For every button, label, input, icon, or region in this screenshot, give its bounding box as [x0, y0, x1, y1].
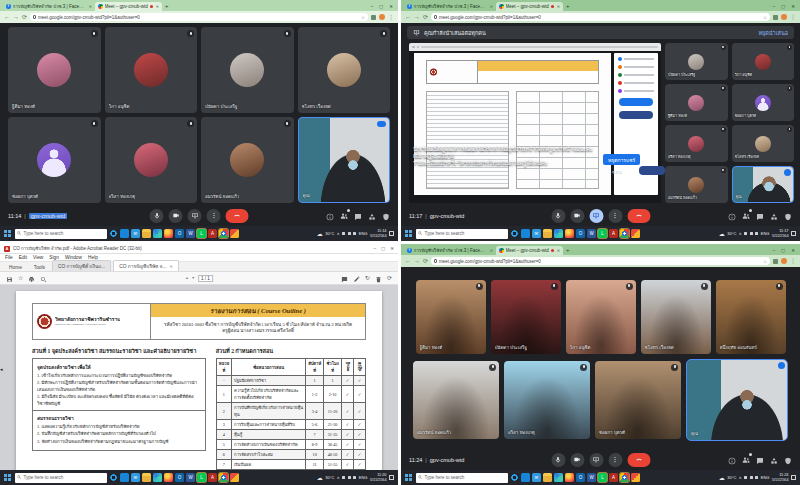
language-indicator[interactable]: ENG — [359, 231, 368, 236]
tile-options-icon[interactable] — [784, 169, 791, 176]
action-center-icon[interactable] — [791, 231, 796, 236]
taskbar-app-icon[interactable] — [142, 473, 151, 482]
maximize-button[interactable]: ▢ — [781, 248, 785, 253]
present-button-active[interactable] — [589, 209, 603, 223]
tray-chevron-icon[interactable]: ∧ — [337, 231, 340, 236]
browser-menu-icon[interactable]: ⋮ — [790, 14, 796, 20]
browser-tab-meet[interactable]: Meet – gpv-cmub-wtd ✕ — [496, 2, 563, 11]
maximize-button[interactable]: ▢ — [381, 246, 385, 251]
tray-icon[interactable] — [342, 476, 345, 479]
new-tab-button[interactable]: + — [162, 2, 171, 11]
mic-button[interactable] — [551, 209, 565, 223]
rotate-icon[interactable]: ↻ — [365, 275, 370, 281]
people-icon[interactable] — [742, 456, 750, 464]
close-tab-icon[interactable]: ✕ — [490, 248, 493, 253]
chat-icon[interactable] — [756, 207, 764, 225]
participant-video-tile[interactable]: วิภา อนุชิต — [566, 280, 636, 354]
activities-icon[interactable] — [770, 451, 778, 469]
more-options-button[interactable] — [207, 209, 221, 223]
start-button[interactable] — [405, 230, 412, 237]
page-indicator[interactable]: 1 / 1 — [198, 275, 213, 282]
profile-avatar[interactable] — [781, 14, 787, 20]
mic-button[interactable] — [551, 453, 565, 467]
taskbar-app-icon[interactable] — [565, 473, 574, 482]
camera-button[interactable] — [570, 453, 584, 467]
taskbar-app-icon[interactable]: L — [197, 229, 206, 238]
taskbar-app-icon[interactable]: A — [208, 229, 217, 238]
taskbar-app-icon[interactable] — [521, 229, 530, 238]
forward-button[interactable]: → — [414, 258, 420, 264]
participant-tile[interactable]: วิภา อนุชิต — [732, 43, 795, 80]
participant-video-tile[interactable]: อริสา ทองเกตุ — [504, 361, 590, 439]
present-button[interactable] — [188, 209, 202, 223]
refresh-icon[interactable]: ⟳ — [387, 275, 392, 281]
tray-icon[interactable] — [755, 476, 758, 479]
taskbar-app-icon[interactable] — [565, 229, 574, 238]
close-tab-icon[interactable]: ✕ — [557, 248, 560, 253]
self-view-tile[interactable]: คุณ — [686, 359, 788, 441]
browser-menu-icon[interactable]: ⋮ — [790, 258, 796, 264]
taskbar-app-icon[interactable] — [554, 473, 563, 482]
hide-share-bar-link[interactable]: ซ่อน — [612, 168, 622, 176]
participant-video-tile[interactable]: หนึ่งฤทัย อ่อนจันทร์ — [716, 280, 786, 354]
self-view-tile[interactable]: คุณ — [732, 166, 795, 203]
taskbar-app-icon[interactable] — [620, 229, 629, 238]
close-button[interactable]: ✕ — [791, 4, 795, 9]
address-bar[interactable]: meet.google.com/gpv-cmub-wtd?pli=1&authu… — [431, 257, 770, 265]
leave-call-button[interactable] — [627, 209, 650, 223]
camera-button[interactable] — [169, 209, 183, 223]
participant-tile[interactable]: ปนัดดา ประเสริฐ — [201, 27, 294, 113]
participant-video-tile[interactable]: ปนัดดา ประเสริฐ — [491, 280, 561, 354]
participant-tile[interactable]: ฐิติมา ทองดี — [665, 84, 728, 121]
taskbar-app-icon[interactable] — [164, 229, 173, 238]
taskbar-app-icon[interactable] — [120, 229, 129, 238]
close-tab-icon[interactable]: ✕ — [557, 4, 560, 9]
weather-cloud-icon[interactable]: ☁ — [317, 231, 323, 237]
browser-tab-meet[interactable]: Meet – gpv-cmub-wtd ✕ — [95, 2, 162, 11]
taskbar-app-icon[interactable]: A — [609, 229, 618, 238]
minimize-button[interactable]: – — [373, 246, 376, 251]
taskbar-app-icon[interactable]: W — [587, 473, 596, 482]
people-icon[interactable] — [340, 212, 348, 220]
tray-icon[interactable] — [750, 232, 753, 235]
tray-icon[interactable] — [755, 232, 758, 235]
language-indicator[interactable]: ENG — [761, 231, 770, 236]
tray-icon[interactable] — [353, 232, 356, 235]
taskbar-app-icon[interactable] — [543, 473, 552, 482]
participant-tile[interactable]: อมรรัตน์ ยอดแก้ว — [201, 117, 294, 203]
taskbar-app-icon[interactable]: ✉ — [131, 473, 140, 482]
taskbar-app-icon[interactable] — [631, 473, 640, 482]
more-options-button[interactable] — [608, 453, 622, 467]
taskbar-search[interactable]: Type here to search — [416, 473, 508, 483]
activities-icon[interactable] — [770, 207, 778, 225]
leave-call-button[interactable] — [627, 453, 650, 467]
tile-options-icon[interactable] — [377, 121, 386, 127]
browser-tab-facebook[interactable]: f การบัญชีบริษัทจำกัด ปวช.3 | Facebook ✕ — [3, 2, 95, 11]
participant-tile[interactable]: ชโลทร เรืองยศ — [298, 27, 391, 113]
new-tab-button[interactable]: + — [563, 2, 572, 11]
participant-tile[interactable]: วิภา อนุชิต — [105, 27, 198, 113]
close-tab-icon[interactable]: ✕ — [490, 4, 493, 9]
participant-tile[interactable]: ช่อผกา บุตรดี — [732, 84, 795, 121]
start-button[interactable] — [405, 474, 412, 481]
taskbar-clock[interactable]: 11:205/11/2564 — [370, 473, 387, 482]
meeting-code[interactable]: gpv-cmub-wtd — [430, 213, 465, 219]
taskbar-app-icon[interactable]: O — [576, 473, 585, 482]
participant-tile[interactable]: อริสา ทองเกตุ — [105, 117, 198, 203]
taskbar-app-icon[interactable] — [631, 229, 640, 238]
weather-cloud-icon[interactable]: ☁ — [719, 475, 725, 481]
browser-tab-facebook[interactable]: f การบัญชีบริษัทจำกัด ปวช.3 | Facebook ✕ — [404, 2, 496, 11]
taskbar-app-icon[interactable] — [219, 229, 228, 238]
meeting-details-icon[interactable] — [326, 207, 334, 225]
taskbar-app-icon[interactable] — [554, 229, 563, 238]
close-button[interactable]: ✕ — [791, 248, 795, 253]
minimize-button[interactable]: – — [772, 4, 775, 9]
participant-tile[interactable]: ฐิติมา ทองดี — [8, 27, 101, 113]
tray-chevron-icon[interactable]: ∧ — [739, 231, 742, 236]
tile-options-icon[interactable] — [778, 362, 785, 369]
meeting-code[interactable]: gpv-cmub-wtd — [430, 457, 465, 463]
participant-video-tile[interactable]: ฐิติมา ทองดี — [416, 280, 486, 354]
maximize-button[interactable]: ▢ — [379, 4, 383, 9]
star-icon[interactable]: ☆ — [18, 275, 23, 281]
taskbar-app-icon[interactable] — [153, 229, 162, 238]
